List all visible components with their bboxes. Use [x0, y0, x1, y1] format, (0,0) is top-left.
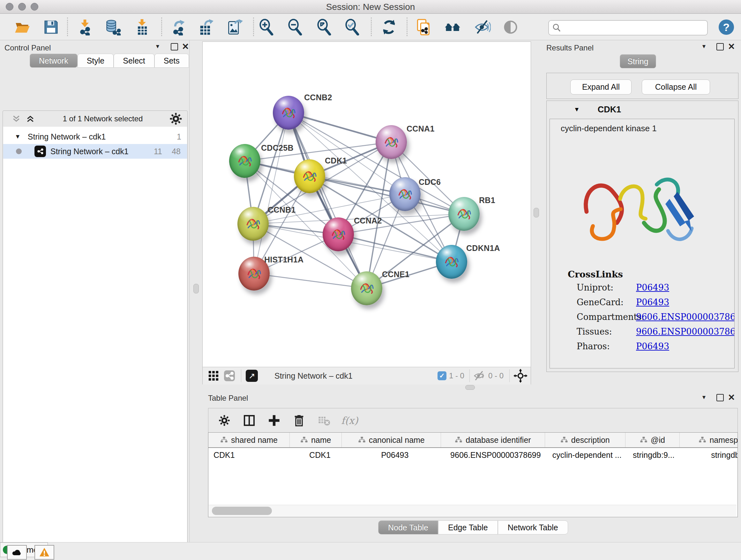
- expand-all-tree-icon[interactable]: [24, 112, 37, 125]
- status-bar: Memory: [0, 542, 741, 560]
- column-header-description[interactable]: description: [545, 433, 625, 447]
- network-canvas[interactable]: CCNB2CCNA1CDC25BCDK1CDC6RB1CCNB1CCNA2CDK…: [203, 42, 531, 367]
- export-network-icon[interactable]: [170, 18, 188, 36]
- collapse-all-button[interactable]: Collapse All: [642, 79, 710, 95]
- panel-close-icon[interactable]: ✕: [726, 391, 737, 404]
- bottom-splitter-handle[interactable]: [465, 385, 475, 390]
- open-session-icon[interactable]: [13, 18, 31, 36]
- crosslink-link[interactable]: P06493: [636, 283, 669, 293]
- tab-network-table[interactable]: Network Table: [498, 520, 568, 535]
- column-header-shared-name[interactable]: shared name: [208, 433, 290, 447]
- table-cell[interactable]: CDK1: [208, 448, 294, 462]
- panel-close-icon[interactable]: ✕: [726, 40, 737, 53]
- table-cell[interactable]: 9606.ENSP00000378699: [444, 448, 547, 462]
- birds-eye-icon[interactable]: [502, 18, 520, 36]
- zoom-selected-icon[interactable]: [343, 18, 361, 36]
- horizontal-scrollbar[interactable]: [209, 505, 737, 516]
- collapse-all-tree-icon[interactable]: [10, 112, 23, 125]
- column-header-namespace[interactable]: namespace: [680, 433, 738, 447]
- zoom-out-icon[interactable]: [286, 18, 304, 36]
- network-node-ccna2[interactable]: [323, 217, 354, 251]
- move-crosshair-icon[interactable]: [513, 368, 528, 383]
- expand-all-button[interactable]: Expand All: [570, 79, 631, 95]
- network-node-rb1[interactable]: [448, 197, 480, 231]
- panel-menu-caret-icon[interactable]: ▼: [699, 391, 709, 404]
- panel-menu-caret-icon[interactable]: ▼: [152, 40, 163, 53]
- hidden-eye-icon[interactable]: [472, 369, 486, 382]
- houses-icon[interactable]: [444, 18, 461, 36]
- warning-status-button[interactable]: [35, 545, 54, 560]
- tab-node-table[interactable]: Node Table: [378, 520, 438, 535]
- share-view-icon[interactable]: [222, 369, 237, 383]
- column-header-canonical-name[interactable]: canonical name: [342, 433, 441, 447]
- network-node-ccna1[interactable]: [376, 125, 407, 159]
- column-header-database-identifier[interactable]: database identifier: [441, 433, 545, 447]
- network-node-ccnb2[interactable]: [273, 96, 304, 130]
- zoom-fit-icon[interactable]: [315, 18, 333, 36]
- left-splitter-handle[interactable]: [193, 284, 199, 294]
- crosslink-link[interactable]: P06493: [636, 297, 669, 307]
- tree-expand-caret-icon[interactable]: ▼: [15, 133, 21, 140]
- network-node-cdc6[interactable]: [389, 177, 421, 211]
- tab-network[interactable]: Network: [30, 54, 77, 68]
- network-collection-row[interactable]: ▼ String Network – cdk1 1: [3, 129, 187, 144]
- network-options-gear-icon[interactable]: [169, 112, 183, 126]
- column-header--id[interactable]: @id: [625, 433, 680, 447]
- zoom-in-icon[interactable]: [257, 18, 275, 36]
- save-session-icon[interactable]: [42, 18, 60, 36]
- network-node-cdk1[interactable]: [294, 159, 325, 193]
- import-table-file-icon[interactable]: [133, 18, 151, 36]
- protein-header[interactable]: ▼ CDK1: [547, 101, 738, 118]
- tab-sets[interactable]: Sets: [154, 54, 189, 68]
- delete-table-icon[interactable]: [315, 412, 333, 429]
- crosslink-link[interactable]: P06493: [636, 341, 669, 351]
- export-table-icon[interactable]: [197, 18, 215, 36]
- table-cell[interactable]: CDK1: [294, 448, 346, 462]
- tab-string[interactable]: String: [620, 54, 656, 68]
- tab-style[interactable]: Style: [77, 54, 114, 68]
- export-image-icon[interactable]: [226, 18, 244, 36]
- refresh-view-icon[interactable]: [380, 18, 398, 36]
- tab-select[interactable]: Select: [114, 54, 154, 68]
- tab-edge-table[interactable]: Edge Table: [438, 520, 498, 535]
- selected-nodes-checkbox-icon[interactable]: ✓: [437, 371, 447, 380]
- cloud-status-button[interactable]: [7, 545, 27, 560]
- network-node-ccne1[interactable]: [351, 271, 382, 305]
- open-in-new-window-icon[interactable]: ↗: [246, 370, 258, 382]
- network-row[interactable]: String Network – cdk1 11 48: [3, 144, 187, 159]
- right-splitter-handle[interactable]: [534, 208, 539, 217]
- table-cell[interactable]: P06493: [346, 448, 444, 462]
- crosslink-link[interactable]: 9606.ENSP00000378699: [636, 312, 735, 322]
- table-row[interactable]: CDK1CDK1P064939606.ENSP00000378699cyclin…: [208, 448, 738, 462]
- delete-column-trash-icon[interactable]: [290, 412, 308, 429]
- table-options-gear-icon[interactable]: [215, 412, 233, 429]
- duplicate-network-icon[interactable]: [415, 18, 433, 36]
- panel-float-icon[interactable]: [715, 40, 725, 53]
- search-input[interactable]: [562, 22, 707, 34]
- panel-float-icon[interactable]: [169, 40, 179, 53]
- show-columns-icon[interactable]: [240, 412, 258, 429]
- network-manager: 1 of 1 Network selected ▼ String Network…: [3, 111, 188, 560]
- table-cell[interactable]: cyclin-dependent ...: [547, 448, 627, 462]
- section-collapse-caret-icon[interactable]: ▼: [574, 106, 580, 113]
- import-network-database-icon[interactable]: [104, 18, 122, 36]
- network-node-cdc25b[interactable]: [229, 144, 260, 178]
- graphics-details-icon[interactable]: [474, 18, 491, 36]
- crosslink-link[interactable]: 9606.ENSP00000378699: [636, 327, 735, 336]
- network-node-cdkn1a[interactable]: [436, 245, 467, 279]
- import-network-file-icon[interactable]: [76, 18, 94, 36]
- panel-menu-caret-icon[interactable]: ▼: [699, 40, 709, 53]
- column-header-name[interactable]: name: [290, 433, 342, 447]
- grid-view-icon[interactable]: [206, 369, 220, 383]
- table-cell[interactable]: stringdb: [681, 448, 738, 462]
- panel-float-icon[interactable]: [715, 391, 725, 404]
- help-icon[interactable]: ?: [719, 19, 734, 35]
- scrollbar-thumb[interactable]: [212, 507, 272, 515]
- function-builder-icon[interactable]: f(x): [341, 415, 358, 426]
- network-node-ccnb1[interactable]: [238, 207, 269, 241]
- table-cell[interactable]: stringdb:9...: [627, 448, 680, 462]
- column-header-label: namespace: [710, 435, 738, 445]
- panel-close-icon[interactable]: ✕: [180, 40, 191, 53]
- node-label-ccnb1: CCNB1: [268, 205, 296, 214]
- add-column-icon[interactable]: [265, 412, 283, 429]
